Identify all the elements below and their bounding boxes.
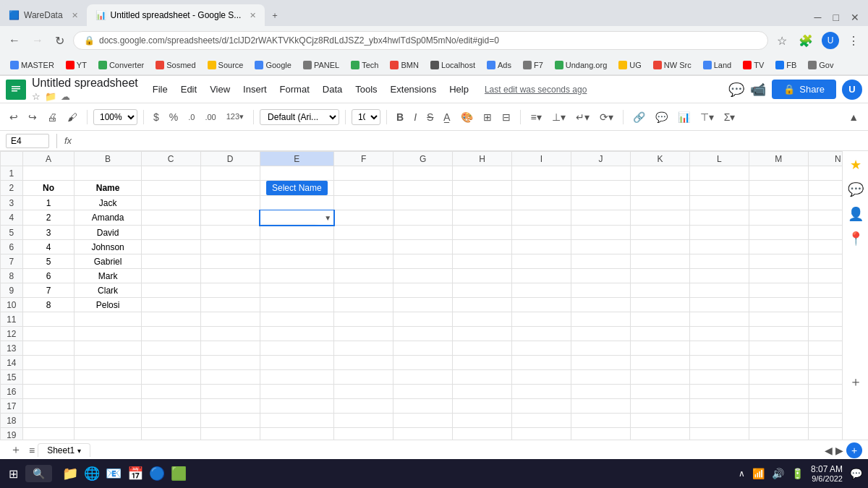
cell-J5[interactable] bbox=[571, 226, 630, 240]
cell-M3[interactable] bbox=[749, 196, 808, 210]
explore-icon[interactable]: ★ bbox=[850, 157, 861, 173]
cell-J6[interactable] bbox=[571, 240, 630, 254]
cell-A6[interactable]: 4 bbox=[22, 240, 75, 254]
menu-help[interactable]: Help bbox=[443, 81, 475, 98]
filter-btn[interactable]: ⊤▾ bbox=[697, 109, 718, 125]
cell-G2[interactable] bbox=[393, 181, 453, 196]
cell-B3[interactable]: Jack bbox=[75, 196, 141, 210]
align-btn[interactable]: ≡▾ bbox=[527, 109, 545, 125]
star-btn[interactable]: ☆ bbox=[32, 91, 41, 102]
cell-D8[interactable] bbox=[200, 269, 260, 283]
menu-data[interactable]: Data bbox=[317, 81, 348, 98]
cell-H5[interactable] bbox=[453, 226, 512, 240]
cell-H7[interactable] bbox=[453, 254, 512, 269]
taskbar-edge[interactable]: 🔵 bbox=[149, 466, 165, 481]
cell-I5[interactable] bbox=[512, 226, 571, 240]
extensions-btn[interactable]: 🧩 bbox=[796, 31, 816, 51]
cell-G1[interactable] bbox=[393, 166, 453, 181]
cell-B10[interactable]: Pelosi bbox=[75, 298, 141, 312]
cell-A11[interactable] bbox=[22, 312, 75, 327]
scroll-sheets-left[interactable]: ◀ bbox=[825, 445, 833, 456]
address-bar[interactable]: 🔒 docs.google.com/spreadsheets/d/1clJD2r… bbox=[73, 31, 768, 50]
cell-D9[interactable] bbox=[200, 283, 260, 298]
cell-E11[interactable] bbox=[260, 312, 333, 327]
bookmark-localhost[interactable]: Localhost bbox=[426, 59, 480, 71]
cell-K11[interactable] bbox=[630, 312, 689, 327]
cell-C2[interactable] bbox=[141, 181, 200, 196]
map-icon[interactable]: 📍 bbox=[848, 231, 864, 247]
strikethrough-btn[interactable]: S bbox=[423, 109, 437, 125]
cell-E7[interactable] bbox=[260, 254, 333, 269]
bookmark-land[interactable]: Land bbox=[699, 59, 736, 71]
bookmark-tech[interactable]: Tech bbox=[346, 59, 383, 71]
cell-J10[interactable] bbox=[571, 298, 630, 312]
taskbar-browser[interactable]: 🌐 bbox=[84, 466, 100, 481]
cell-L1[interactable] bbox=[689, 166, 749, 181]
bookmark-google[interactable]: Google bbox=[250, 59, 295, 71]
borders-btn[interactable]: ⊞ bbox=[480, 109, 495, 125]
cell-H3[interactable] bbox=[453, 196, 512, 210]
cell-E5[interactable] bbox=[260, 226, 333, 240]
cell-J9[interactable] bbox=[571, 283, 630, 298]
cell-I2[interactable] bbox=[512, 181, 571, 196]
cell-L5[interactable] bbox=[689, 226, 749, 240]
cell-M10[interactable] bbox=[749, 298, 808, 312]
bookmark-gov[interactable]: Gov bbox=[804, 59, 838, 71]
start-btn[interactable]: ⊞ bbox=[6, 464, 21, 484]
currency-btn[interactable]: $ bbox=[150, 109, 163, 125]
cell-A9[interactable]: 7 bbox=[22, 283, 75, 298]
cell-G8[interactable] bbox=[393, 269, 453, 283]
cell-H11[interactable] bbox=[453, 312, 512, 327]
cell-E9[interactable] bbox=[260, 283, 333, 298]
cell-C6[interactable] bbox=[141, 240, 200, 254]
cell-C7[interactable] bbox=[141, 254, 200, 269]
cell-E8[interactable] bbox=[260, 269, 333, 283]
cell-H8[interactable] bbox=[453, 269, 512, 283]
cell-J3[interactable] bbox=[571, 196, 630, 210]
cell-F1[interactable] bbox=[334, 166, 393, 181]
new-tab-btn[interactable]: ＋ bbox=[265, 4, 285, 26]
cell-L8[interactable] bbox=[689, 269, 749, 283]
back-btn[interactable]: ← bbox=[6, 31, 23, 50]
close-btn[interactable]: ✕ bbox=[848, 9, 862, 26]
minimize-btn[interactable]: ─ bbox=[812, 9, 825, 26]
menu-edit[interactable]: Edit bbox=[175, 81, 203, 98]
add-sheet-btn[interactable]: ＋ bbox=[6, 441, 26, 459]
cell-M6[interactable] bbox=[749, 240, 808, 254]
spreadsheet-scroll[interactable]: A B C D E F G H I J K L M N bbox=[0, 151, 868, 440]
collapse-btn[interactable]: ▲ bbox=[845, 109, 862, 125]
cell-ref-input[interactable] bbox=[6, 134, 49, 148]
chart-btn[interactable]: 📊 bbox=[674, 109, 694, 125]
decimal0-btn[interactable]: .0 bbox=[184, 111, 198, 124]
cell-F8[interactable] bbox=[334, 269, 393, 283]
cell-E6[interactable] bbox=[260, 240, 333, 254]
cell-I8[interactable] bbox=[512, 269, 571, 283]
cell-G4[interactable] bbox=[393, 210, 453, 226]
bookmark-converter[interactable]: Converter bbox=[94, 59, 148, 71]
taskbar-excel[interactable]: 🟩 bbox=[171, 466, 187, 481]
cell-G11[interactable] bbox=[393, 312, 453, 327]
cell-J4[interactable] bbox=[571, 210, 630, 226]
cell-F10[interactable] bbox=[334, 298, 393, 312]
cell-F7[interactable] bbox=[334, 254, 393, 269]
sheet-tab-arrow[interactable]: ▾ bbox=[77, 447, 81, 455]
cell-G10[interactable] bbox=[393, 298, 453, 312]
cell-D11[interactable] bbox=[200, 312, 260, 327]
maximize-btn[interactable]: □ bbox=[830, 9, 842, 26]
cell-E10[interactable] bbox=[260, 298, 333, 312]
cell-E3[interactable] bbox=[260, 196, 333, 210]
cell-A7[interactable]: 5 bbox=[22, 254, 75, 269]
cell-H2[interactable] bbox=[453, 181, 512, 196]
cell-C8[interactable] bbox=[141, 269, 200, 283]
bookmark-tv[interactable]: TV bbox=[739, 59, 768, 71]
cell-I9[interactable] bbox=[512, 283, 571, 298]
cell-D10[interactable] bbox=[200, 298, 260, 312]
cell-F11[interactable] bbox=[334, 312, 393, 327]
cell-K2[interactable] bbox=[630, 181, 689, 196]
menu-extensions[interactable]: Extensions bbox=[385, 81, 443, 98]
cell-B1[interactable] bbox=[75, 166, 141, 181]
taskbar-mail[interactable]: 📧 bbox=[106, 466, 122, 481]
meet-btn[interactable]: 📹 bbox=[750, 82, 766, 98]
cell-H10[interactable] bbox=[453, 298, 512, 312]
search-btn[interactable]: 🔍 bbox=[25, 465, 52, 482]
